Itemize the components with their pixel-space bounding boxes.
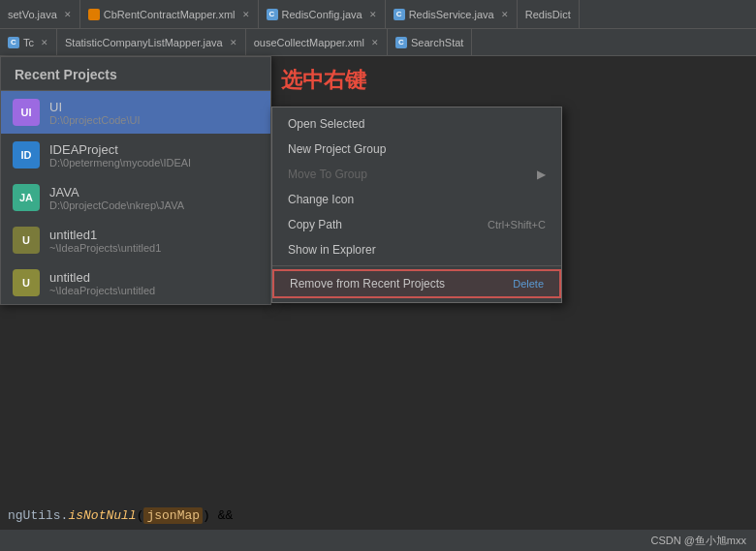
menu-item-open-selected[interactable]: Open Selected	[272, 111, 561, 137]
menu-item-new-project-group-label: New Project Group	[288, 142, 386, 156]
tab-redis-config[interactable]: C RedisConfig.java ✕	[259, 0, 386, 28]
tab-house-label: ouseCollectMapper.xml	[254, 37, 364, 48]
project-item-untitled1[interactable]: U untitled1 ~\IdeaProjects\untitled1	[1, 219, 270, 261]
menu-item-move-to-group[interactable]: Move To Group ▶	[272, 162, 561, 187]
menu-item-copy-path-shortcut: Ctrl+Shift+C	[488, 219, 546, 230]
tab-redis-config-label: RedisConfig.java	[282, 9, 362, 20]
menu-item-open-selected-label: Open Selected	[288, 117, 364, 131]
project-name-untitled: untitled	[49, 270, 155, 285]
tab-bar-row2: C Tc ✕ StatisticCompanyListMapper.java ✕…	[0, 29, 756, 56]
project-path-java: D:\0projectCode\nkrep\JAVA	[49, 199, 184, 211]
tab-house[interactable]: ouseCollectMapper.xml ✕	[246, 29, 388, 55]
menu-item-change-icon[interactable]: Change Icon	[272, 187, 561, 212]
project-path-untitled: ~\IdeaProjects\untitled	[49, 285, 155, 296]
menu-item-show-in-explorer-label: Show in Explorer	[288, 243, 376, 257]
tab-tc-label: Tc	[23, 37, 34, 48]
panel-title: Recent Projects	[1, 57, 270, 91]
tab-statistic-close[interactable]: ✕	[230, 38, 237, 47]
menu-item-remove-recent-shortcut: Delete	[513, 278, 544, 290]
tab-setvo-close[interactable]: ✕	[64, 10, 72, 19]
tab-search-label: SearchStat	[411, 37, 463, 48]
tab-setvo-label: setVo.java	[8, 9, 57, 20]
project-item-untitled[interactable]: U untitled ~\IdeaProjects\untitled	[1, 261, 270, 304]
menu-arrow-icon: ▶	[537, 168, 546, 181]
tab-search-icon: C	[395, 37, 407, 48]
tab-tc-close[interactable]: ✕	[41, 38, 48, 47]
tab-redis-service[interactable]: C RedisService.java ✕	[386, 0, 518, 28]
context-menu: Open Selected New Project Group Move To …	[271, 107, 562, 303]
project-info-untitled1: untitled1 ~\IdeaProjects\untitled1	[49, 228, 161, 254]
tab-setvo[interactable]: setVo.java ✕	[0, 0, 80, 28]
tab-bar-row1: setVo.java ✕ CbRentContractMapper.xml ✕ …	[0, 0, 756, 29]
project-info-ui: UI D:\0projectCode\UI	[49, 100, 141, 126]
project-info-java: JAVA D:\0projectCode\nkrep\JAVA	[49, 185, 184, 211]
project-info-idea: IDEAProject D:\0petermeng\mycode\IDEAI	[49, 142, 191, 168]
menu-item-move-to-group-label: Move To Group	[288, 168, 367, 181]
project-badge-untitled: U	[13, 269, 40, 296]
tab-redis-service-close[interactable]: ✕	[501, 10, 509, 19]
project-name-ui: UI	[49, 100, 141, 114]
menu-item-show-in-explorer[interactable]: Show in Explorer	[272, 237, 561, 262]
project-info-untitled: untitled ~\IdeaProjects\untitled	[49, 270, 155, 296]
bottom-code-line: ngUtils.isNotNull(jsonMap) &&	[0, 501, 756, 530]
project-badge-ui: UI	[13, 99, 40, 126]
tab-cbrent-icon	[88, 9, 100, 20]
project-badge-idea: ID	[13, 141, 40, 168]
tab-redis-service-label: RedisService.java	[409, 9, 494, 20]
tab-statistic[interactable]: StatisticCompanyListMapper.java ✕	[57, 29, 246, 55]
menu-item-copy-path[interactable]: Copy Path Ctrl+Shift+C	[272, 212, 561, 237]
project-item-java[interactable]: JA JAVA D:\0projectCode\nkrep\JAVA	[1, 176, 270, 219]
tab-tc[interactable]: C Tc ✕	[0, 29, 57, 55]
project-badge-java: JA	[13, 184, 40, 211]
tab-house-close[interactable]: ✕	[371, 38, 379, 47]
project-path-ui: D:\0projectCode\UI	[49, 114, 141, 126]
recent-projects-panel: Recent Projects UI UI D:\0projectCode\UI…	[0, 56, 271, 305]
project-item-idea[interactable]: ID IDEAProject D:\0petermeng\mycode\IDEA…	[1, 134, 270, 176]
project-name-untitled1: untitled1	[49, 228, 161, 242]
tab-cbrent-label: CbRentContractMapper.xml	[104, 9, 236, 20]
tab-redis-config-close[interactable]: ✕	[369, 10, 377, 19]
menu-item-remove-recent-label: Remove from Recent Projects	[290, 277, 445, 291]
tab-cbrent-close[interactable]: ✕	[242, 10, 250, 19]
tab-cbrent[interactable]: CbRentContractMapper.xml ✕	[80, 0, 259, 28]
tab-search[interactable]: C SearchStat	[388, 29, 472, 55]
menu-item-change-icon-label: Change Icon	[288, 193, 354, 206]
menu-item-new-project-group[interactable]: New Project Group	[272, 137, 561, 162]
menu-item-remove-recent[interactable]: Remove from Recent Projects Delete	[272, 269, 561, 298]
tab-statistic-label: StatisticCompanyListMapper.java	[65, 37, 223, 48]
credit-text: CSDN @鱼小旭mxx	[650, 534, 746, 548]
menu-item-copy-path-label: Copy Path	[288, 218, 342, 231]
bottom-bar: CSDN @鱼小旭mxx	[0, 530, 756, 551]
project-item-ui[interactable]: UI UI D:\0projectCode\UI	[1, 91, 270, 134]
project-name-java: JAVA	[49, 185, 184, 199]
project-path-idea: D:\0petermeng\mycode\IDEAI	[49, 157, 191, 168]
tab-redis-dict[interactable]: RedisDict	[518, 0, 580, 28]
annotation-text: 选中右键	[281, 66, 366, 95]
menu-separator	[272, 265, 561, 266]
project-badge-untitled1: U	[13, 227, 40, 254]
tab-redis-dict-label: RedisDict	[525, 9, 571, 20]
tab-redis-service-icon: C	[394, 9, 405, 20]
tab-tc-icon: C	[8, 37, 19, 48]
project-path-untitled1: ~\IdeaProjects\untitled1	[49, 242, 161, 254]
tab-redis-config-icon: C	[267, 9, 278, 20]
project-name-idea: IDEAProject	[49, 142, 191, 157]
